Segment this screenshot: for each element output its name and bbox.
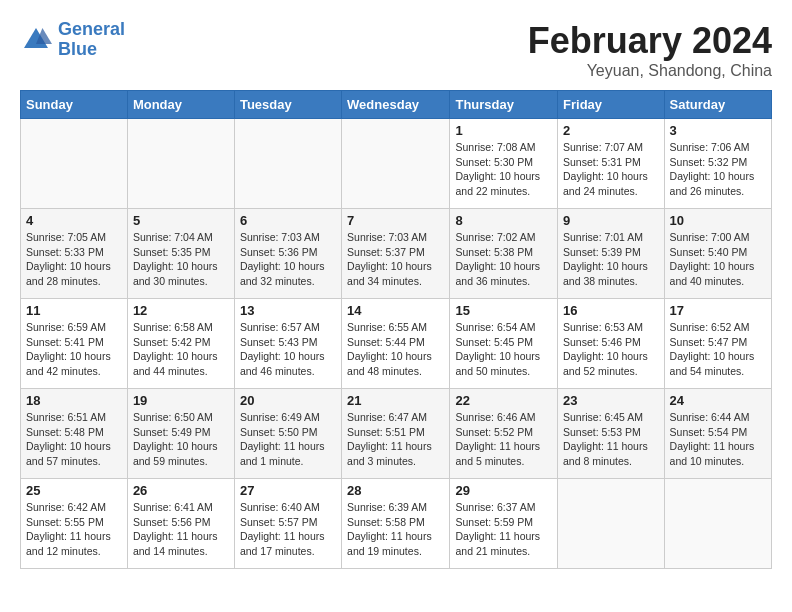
day-number: 21 (347, 393, 444, 408)
calendar-cell (21, 119, 128, 209)
calendar-week-row: 18Sunrise: 6:51 AMSunset: 5:48 PMDayligh… (21, 389, 772, 479)
weekday-header-row: SundayMondayTuesdayWednesdayThursdayFrid… (21, 91, 772, 119)
calendar-cell: 1Sunrise: 7:08 AMSunset: 5:30 PMDaylight… (450, 119, 558, 209)
day-number: 27 (240, 483, 336, 498)
calendar-cell: 28Sunrise: 6:39 AMSunset: 5:58 PMDayligh… (342, 479, 450, 569)
day-info: Sunrise: 7:03 AMSunset: 5:36 PMDaylight:… (240, 230, 336, 289)
logo-line1: General (58, 19, 125, 39)
calendar-cell: 26Sunrise: 6:41 AMSunset: 5:56 PMDayligh… (127, 479, 234, 569)
calendar-cell: 13Sunrise: 6:57 AMSunset: 5:43 PMDayligh… (234, 299, 341, 389)
day-info: Sunrise: 6:53 AMSunset: 5:46 PMDaylight:… (563, 320, 659, 379)
day-info: Sunrise: 6:50 AMSunset: 5:49 PMDaylight:… (133, 410, 229, 469)
day-info: Sunrise: 6:45 AMSunset: 5:53 PMDaylight:… (563, 410, 659, 469)
day-number: 2 (563, 123, 659, 138)
day-info: Sunrise: 7:04 AMSunset: 5:35 PMDaylight:… (133, 230, 229, 289)
calendar-cell: 4Sunrise: 7:05 AMSunset: 5:33 PMDaylight… (21, 209, 128, 299)
day-number: 18 (26, 393, 122, 408)
day-number: 8 (455, 213, 552, 228)
day-number: 3 (670, 123, 766, 138)
calendar-week-row: 4Sunrise: 7:05 AMSunset: 5:33 PMDaylight… (21, 209, 772, 299)
calendar-week-row: 1Sunrise: 7:08 AMSunset: 5:30 PMDaylight… (21, 119, 772, 209)
day-number: 16 (563, 303, 659, 318)
calendar-cell: 8Sunrise: 7:02 AMSunset: 5:38 PMDaylight… (450, 209, 558, 299)
calendar-cell: 27Sunrise: 6:40 AMSunset: 5:57 PMDayligh… (234, 479, 341, 569)
day-info: Sunrise: 7:06 AMSunset: 5:32 PMDaylight:… (670, 140, 766, 199)
day-number: 22 (455, 393, 552, 408)
logo-icon (20, 24, 52, 56)
day-info: Sunrise: 7:02 AMSunset: 5:38 PMDaylight:… (455, 230, 552, 289)
day-info: Sunrise: 6:47 AMSunset: 5:51 PMDaylight:… (347, 410, 444, 469)
day-info: Sunrise: 6:37 AMSunset: 5:59 PMDaylight:… (455, 500, 552, 559)
day-info: Sunrise: 7:07 AMSunset: 5:31 PMDaylight:… (563, 140, 659, 199)
logo-line2: Blue (58, 39, 97, 59)
calendar-cell: 15Sunrise: 6:54 AMSunset: 5:45 PMDayligh… (450, 299, 558, 389)
calendar-cell: 14Sunrise: 6:55 AMSunset: 5:44 PMDayligh… (342, 299, 450, 389)
day-number: 9 (563, 213, 659, 228)
day-info: Sunrise: 7:01 AMSunset: 5:39 PMDaylight:… (563, 230, 659, 289)
logo: General Blue (20, 20, 125, 60)
day-number: 29 (455, 483, 552, 498)
calendar-cell: 9Sunrise: 7:01 AMSunset: 5:39 PMDaylight… (558, 209, 665, 299)
calendar-cell: 20Sunrise: 6:49 AMSunset: 5:50 PMDayligh… (234, 389, 341, 479)
day-info: Sunrise: 7:03 AMSunset: 5:37 PMDaylight:… (347, 230, 444, 289)
calendar-cell: 18Sunrise: 6:51 AMSunset: 5:48 PMDayligh… (21, 389, 128, 479)
day-number: 17 (670, 303, 766, 318)
calendar-cell: 19Sunrise: 6:50 AMSunset: 5:49 PMDayligh… (127, 389, 234, 479)
day-info: Sunrise: 6:49 AMSunset: 5:50 PMDaylight:… (240, 410, 336, 469)
day-info: Sunrise: 6:51 AMSunset: 5:48 PMDaylight:… (26, 410, 122, 469)
day-number: 24 (670, 393, 766, 408)
day-info: Sunrise: 7:05 AMSunset: 5:33 PMDaylight:… (26, 230, 122, 289)
day-info: Sunrise: 6:41 AMSunset: 5:56 PMDaylight:… (133, 500, 229, 559)
day-number: 4 (26, 213, 122, 228)
calendar-week-row: 11Sunrise: 6:59 AMSunset: 5:41 PMDayligh… (21, 299, 772, 389)
calendar-cell (234, 119, 341, 209)
day-info: Sunrise: 6:46 AMSunset: 5:52 PMDaylight:… (455, 410, 552, 469)
calendar-cell: 24Sunrise: 6:44 AMSunset: 5:54 PMDayligh… (664, 389, 771, 479)
day-info: Sunrise: 6:58 AMSunset: 5:42 PMDaylight:… (133, 320, 229, 379)
day-number: 10 (670, 213, 766, 228)
calendar-cell: 6Sunrise: 7:03 AMSunset: 5:36 PMDaylight… (234, 209, 341, 299)
weekday-header: Thursday (450, 91, 558, 119)
calendar-cell (127, 119, 234, 209)
calendar-cell: 2Sunrise: 7:07 AMSunset: 5:31 PMDaylight… (558, 119, 665, 209)
day-info: Sunrise: 6:42 AMSunset: 5:55 PMDaylight:… (26, 500, 122, 559)
day-number: 14 (347, 303, 444, 318)
day-number: 6 (240, 213, 336, 228)
day-number: 26 (133, 483, 229, 498)
weekday-header: Sunday (21, 91, 128, 119)
header: General Blue February 2024 Yeyuan, Shand… (20, 20, 772, 80)
calendar-cell: 25Sunrise: 6:42 AMSunset: 5:55 PMDayligh… (21, 479, 128, 569)
location: Yeyuan, Shandong, China (528, 62, 772, 80)
calendar-cell (558, 479, 665, 569)
day-number: 25 (26, 483, 122, 498)
day-number: 11 (26, 303, 122, 318)
day-number: 12 (133, 303, 229, 318)
day-number: 13 (240, 303, 336, 318)
day-info: Sunrise: 6:57 AMSunset: 5:43 PMDaylight:… (240, 320, 336, 379)
calendar-cell: 29Sunrise: 6:37 AMSunset: 5:59 PMDayligh… (450, 479, 558, 569)
day-info: Sunrise: 6:54 AMSunset: 5:45 PMDaylight:… (455, 320, 552, 379)
calendar-cell: 3Sunrise: 7:06 AMSunset: 5:32 PMDaylight… (664, 119, 771, 209)
calendar-cell: 5Sunrise: 7:04 AMSunset: 5:35 PMDaylight… (127, 209, 234, 299)
title-area: February 2024 Yeyuan, Shandong, China (528, 20, 772, 80)
day-number: 15 (455, 303, 552, 318)
calendar-week-row: 25Sunrise: 6:42 AMSunset: 5:55 PMDayligh… (21, 479, 772, 569)
weekday-header: Friday (558, 91, 665, 119)
day-number: 7 (347, 213, 444, 228)
weekday-header: Wednesday (342, 91, 450, 119)
day-info: Sunrise: 7:00 AMSunset: 5:40 PMDaylight:… (670, 230, 766, 289)
day-info: Sunrise: 6:44 AMSunset: 5:54 PMDaylight:… (670, 410, 766, 469)
calendar-cell: 11Sunrise: 6:59 AMSunset: 5:41 PMDayligh… (21, 299, 128, 389)
calendar-cell: 17Sunrise: 6:52 AMSunset: 5:47 PMDayligh… (664, 299, 771, 389)
calendar-cell: 7Sunrise: 7:03 AMSunset: 5:37 PMDaylight… (342, 209, 450, 299)
day-info: Sunrise: 6:59 AMSunset: 5:41 PMDaylight:… (26, 320, 122, 379)
logo-text: General Blue (58, 20, 125, 60)
calendar-cell: 21Sunrise: 6:47 AMSunset: 5:51 PMDayligh… (342, 389, 450, 479)
calendar-cell: 10Sunrise: 7:00 AMSunset: 5:40 PMDayligh… (664, 209, 771, 299)
weekday-header: Monday (127, 91, 234, 119)
calendar-cell: 16Sunrise: 6:53 AMSunset: 5:46 PMDayligh… (558, 299, 665, 389)
calendar-cell: 22Sunrise: 6:46 AMSunset: 5:52 PMDayligh… (450, 389, 558, 479)
calendar-table: SundayMondayTuesdayWednesdayThursdayFrid… (20, 90, 772, 569)
calendar-cell: 23Sunrise: 6:45 AMSunset: 5:53 PMDayligh… (558, 389, 665, 479)
day-info: Sunrise: 6:55 AMSunset: 5:44 PMDaylight:… (347, 320, 444, 379)
